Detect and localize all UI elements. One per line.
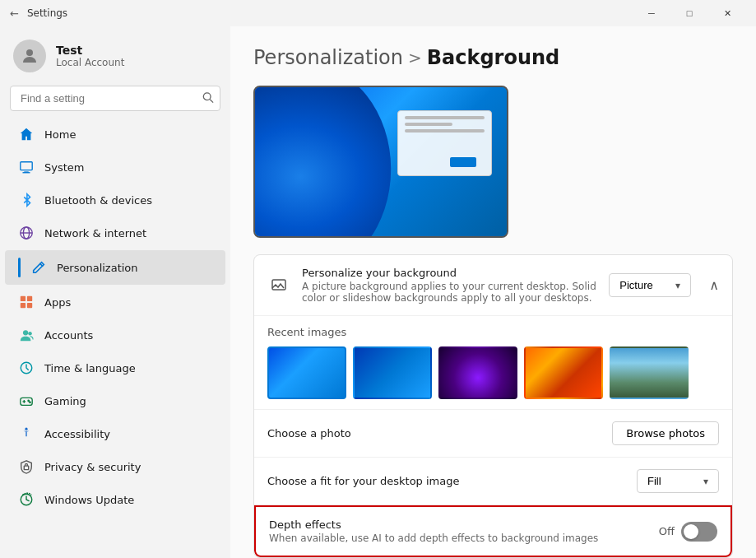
system-icon	[18, 159, 35, 175]
sidebar-item-accessibility[interactable]: Accessibility	[5, 418, 225, 449]
fit-value: Fill	[647, 475, 661, 487]
active-indicator	[18, 258, 21, 277]
sidebar-item-label: Bluetooth & devices	[44, 194, 152, 207]
search-input[interactable]	[10, 86, 220, 111]
svg-rect-22	[24, 466, 28, 470]
svg-rect-3	[21, 162, 32, 170]
app-body: Test Local Account Home	[0, 26, 756, 558]
recent-image-2[interactable]	[353, 346, 432, 399]
sidebar-item-gaming[interactable]: Gaming	[5, 385, 225, 416]
breadcrumb: Personalization > Background	[253, 46, 733, 69]
chevron-down-icon: ▾	[675, 280, 680, 291]
recent-image-3[interactable]	[438, 346, 517, 399]
sidebar-item-label: Privacy & security	[44, 461, 141, 473]
depth-desc: When available, use AI to add depth effe…	[269, 532, 647, 544]
recent-image-1[interactable]	[267, 346, 346, 399]
sidebar-item-label: Home	[44, 128, 76, 141]
back-button[interactable]: ←	[10, 7, 19, 20]
recent-image-5[interactable]	[610, 346, 689, 399]
search-box	[10, 86, 220, 111]
sidebar-item-label: Personalization	[57, 262, 138, 274]
sidebar-item-label: Gaming	[44, 395, 86, 407]
user-info: Test Local Account	[56, 44, 124, 68]
sidebar-item-privacy[interactable]: Privacy & security	[5, 451, 225, 482]
svg-rect-11	[21, 303, 26, 308]
depth-toggle-group: Off	[659, 522, 717, 542]
home-icon	[18, 126, 35, 142]
depth-title: Depth effects	[269, 518, 647, 531]
sidebar-item-accounts[interactable]: Accounts	[5, 319, 225, 351]
dropdown-value: Picture	[619, 279, 652, 291]
browse-photos-button[interactable]: Browse photos	[612, 421, 719, 445]
desktop-preview	[253, 86, 508, 238]
toggle-off-label: Off	[659, 525, 675, 537]
sidebar-item-system[interactable]: System	[5, 151, 225, 183]
sidebar-item-label: Windows Update	[44, 494, 134, 506]
maximize-button[interactable]: □	[670, 0, 708, 26]
search-icon	[202, 91, 214, 105]
breadcrumb-sep: >	[408, 48, 422, 67]
minimize-button[interactable]: ─	[633, 0, 670, 26]
svg-rect-12	[27, 303, 32, 308]
depth-effects-toggle[interactable]	[681, 522, 717, 542]
sidebar-item-label: Time & language	[44, 362, 136, 374]
background-type-dropdown[interactable]: Picture ▾	[609, 273, 691, 297]
recent-images-label: Recent images	[267, 326, 719, 338]
choose-photo-row: Choose a photo Browse photos	[254, 410, 732, 458]
sidebar-item-time[interactable]: Time & language	[5, 352, 225, 384]
depth-effects-row: Depth effects When available, use AI to …	[254, 505, 732, 557]
privacy-icon	[18, 458, 35, 475]
main-content: Personalization > Background	[230, 26, 756, 558]
sidebar-item-update[interactable]: Windows Update	[5, 484, 225, 515]
network-icon	[18, 225, 35, 241]
chevron-down-icon: ▾	[703, 476, 708, 487]
user-name: Test	[56, 44, 124, 57]
accounts-icon	[18, 327, 35, 343]
preview-line-3	[405, 129, 485, 133]
svg-point-0	[26, 49, 33, 56]
sidebar-item-personalization[interactable]: Personalization	[5, 250, 225, 285]
svg-point-21	[25, 428, 27, 430]
sidebar-item-label: System	[44, 161, 84, 174]
titlebar-title: Settings	[27, 7, 67, 19]
sidebar-item-label: Accessibility	[44, 428, 110, 440]
sidebar-item-label: Network & internet	[44, 227, 146, 239]
personalize-card: Personalize your background A picture ba…	[253, 254, 733, 558]
apps-icon	[18, 294, 35, 310]
choose-photo-label: Choose a photo	[267, 427, 351, 439]
user-type: Local Account	[56, 57, 124, 68]
titlebar: ← Settings ─ □ ✕	[0, 0, 756, 26]
svg-line-2	[210, 99, 213, 102]
fit-dropdown[interactable]: Fill ▾	[637, 469, 719, 493]
background-icon	[267, 274, 290, 297]
sidebar-item-bluetooth[interactable]: Bluetooth & devices	[5, 184, 225, 216]
svg-point-19	[28, 400, 29, 401]
time-icon	[18, 360, 35, 376]
recent-images-grid	[267, 346, 719, 399]
personalize-desc: A picture background applies to your cur…	[302, 281, 597, 304]
preview-window	[397, 110, 492, 176]
avatar	[13, 40, 46, 72]
sidebar-item-network[interactable]: Network & internet	[5, 217, 225, 249]
depth-text: Depth effects When available, use AI to …	[269, 518, 647, 544]
personalize-text: Personalize your background A picture ba…	[302, 267, 597, 304]
titlebar-left: ← Settings	[10, 7, 67, 20]
breadcrumb-current: Background	[427, 46, 560, 69]
breadcrumb-parent: Personalization	[253, 46, 403, 69]
svg-rect-10	[27, 296, 32, 301]
user-section: Test Local Account	[0, 26, 230, 82]
preview-line-1	[405, 116, 485, 119]
preview-wallpaper	[255, 87, 507, 236]
recent-image-4[interactable]	[524, 346, 603, 399]
personalization-icon	[30, 259, 47, 276]
sidebar-item-label: Apps	[44, 296, 71, 309]
sidebar: Test Local Account Home	[0, 26, 230, 558]
sidebar-item-apps[interactable]: Apps	[5, 286, 225, 318]
gaming-icon	[18, 393, 35, 409]
preview-flower	[255, 87, 406, 236]
close-button[interactable]: ✕	[708, 0, 746, 26]
fit-label: Choose a fit for your desktop image	[267, 475, 460, 487]
svg-point-13	[23, 330, 28, 335]
toggle-knob	[684, 524, 698, 539]
sidebar-item-home[interactable]: Home	[5, 119, 225, 150]
